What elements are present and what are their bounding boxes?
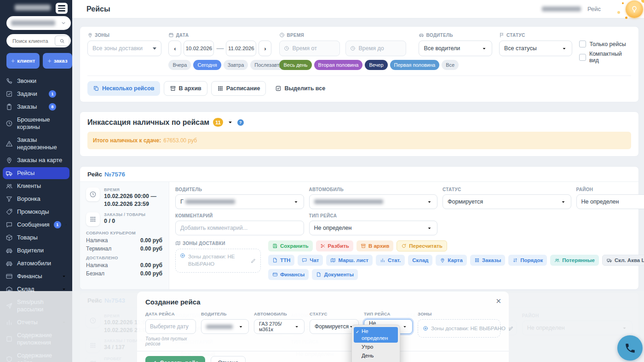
compact-view-checkbox[interactable]: Компактный вид: [579, 51, 631, 64]
trip-date-input[interactable]: Выберите дату: [145, 319, 196, 334]
time-chip-evening[interactable]: Вечер: [365, 60, 387, 70]
time-chip-all-day[interactable]: Весь день: [279, 60, 311, 70]
modal-zones-box[interactable]: Зоны доставки: НЕ ВЫБРАНО: [418, 319, 500, 338]
schedule-button[interactable]: Расписание: [211, 81, 266, 96]
trip-type-dropdown: Не определен Утро День Вечер: [351, 325, 400, 362]
sidebar-item-funnel[interactable]: Воронка: [3, 193, 69, 205]
date-next-button[interactable]: ›: [259, 41, 271, 56]
tag-icon: [6, 208, 13, 216]
warehouse-button[interactable]: Склад: [408, 255, 432, 266]
account-selector[interactable]: [6, 16, 71, 30]
trip-vehicle-select[interactable]: [309, 194, 438, 209]
modal-vehicle-field: АВТОМОБИЛЬ ГАЗ 2705/м361к: [254, 311, 305, 334]
archive-button[interactable]: В архив: [356, 240, 393, 251]
cancel-button[interactable]: Отмена: [211, 356, 246, 362]
trip-number-link[interactable]: №7576: [104, 171, 125, 178]
select-all-button[interactable]: Выделить все: [270, 81, 331, 96]
lost-button[interactable]: Потерянные: [550, 255, 599, 266]
stats-button[interactable]: Стат.: [376, 255, 405, 266]
orders-button[interactable]: Заказы: [470, 255, 505, 266]
car-icon: [6, 260, 13, 267]
status-filter-select[interactable]: Все статусы: [499, 41, 573, 56]
recalculate-button[interactable]: Пересчитать: [397, 240, 447, 251]
chevron-down-icon: [426, 199, 432, 205]
help-icon[interactable]: ?: [237, 119, 244, 126]
call-fab-button[interactable]: [617, 335, 643, 361]
date-chip-today[interactable]: Сегодня: [193, 60, 221, 70]
trip-status-select[interactable]: Формируется: [443, 194, 571, 209]
users-icon: [6, 182, 13, 190]
save-button[interactable]: Сохранить: [268, 240, 313, 251]
driver-filter-select[interactable]: Все водители: [419, 41, 492, 56]
flag-icon: [499, 32, 505, 38]
time-chip-second-half[interactable]: Вторая половина: [314, 60, 363, 70]
sidebar-item-abandoned-carts[interactable]: Брошенные корзины: [3, 114, 69, 133]
date-prev-button[interactable]: ‹: [168, 41, 181, 56]
close-icon[interactable]: ✕: [495, 298, 501, 304]
dropdown-option-day[interactable]: День: [354, 351, 398, 360]
route-list-button[interactable]: Марш. лист: [326, 255, 373, 266]
trip-driver-select[interactable]: Г: [175, 194, 304, 209]
search-button[interactable]: [55, 35, 69, 46]
trip-comment-input[interactable]: Добавить комментарий...: [175, 221, 304, 235]
add-order-button[interactable]: +заказ: [43, 53, 72, 69]
warehouse-aqua-button[interactable]: Скл. Аква Центр Ростов-на-Дону: [602, 255, 644, 266]
add-client-button[interactable]: +клиент: [6, 53, 40, 69]
pencil-icon[interactable]: [251, 258, 256, 263]
sidebar-item-products[interactable]: Товары: [3, 232, 69, 244]
split-button[interactable]: Разбить: [316, 240, 353, 251]
finances-button[interactable]: Финансы: [268, 269, 309, 280]
sidebar-item-drivers[interactable]: Водители: [3, 245, 69, 257]
dropdown-option-morning[interactable]: Утро: [354, 343, 398, 351]
zones-select[interactable]: Все зоны доставки: [87, 41, 161, 56]
dropdown-option-undefined[interactable]: Не определен: [354, 327, 398, 343]
date-chip-yesterday[interactable]: Вчера: [168, 60, 191, 70]
time-from-input[interactable]: Время от: [279, 41, 340, 56]
map-button[interactable]: Карта: [436, 255, 466, 266]
to-archive-button[interactable]: В архив: [164, 81, 207, 96]
time-to-input[interactable]: Время до: [345, 41, 406, 56]
tips-lightbulb-button[interactable]: [626, 0, 643, 18]
sidebar-item-tasks[interactable]: Задачи1: [3, 88, 69, 100]
date-chip-tomorrow[interactable]: Завтра: [224, 60, 248, 70]
date-from-input[interactable]: 10.02.2026: [184, 41, 214, 56]
user-name: [542, 6, 581, 12]
order-sort-button[interactable]: Порядок: [508, 255, 547, 266]
card-icon: [6, 273, 13, 280]
date-to-input[interactable]: 11.02.2026: [226, 41, 256, 56]
clock-icon: [279, 32, 285, 38]
search-icon: [59, 38, 65, 44]
modal-driver-select[interactable]: [201, 319, 249, 334]
chevron-down-icon: [238, 324, 244, 330]
menu-toggle-button[interactable]: [56, 3, 68, 14]
sidebar-item-orders-map[interactable]: Заказы на карте: [3, 154, 69, 166]
trip-type-select[interactable]: Не определен: [309, 221, 438, 235]
sidebar-item-vehicles[interactable]: Автомобили: [3, 257, 69, 269]
sidebar-item-messages[interactable]: Сообщения1: [3, 219, 69, 231]
sidebar-item-promocodes[interactable]: Промокоды: [3, 206, 69, 218]
money-row: Наличка0.00 руб: [86, 262, 162, 269]
sparkle-dot: [622, 2, 624, 4]
sidebar-item-finances[interactable]: Финансы: [3, 270, 69, 282]
chat-button[interactable]: Чат: [298, 255, 323, 266]
sparkle-dot: [625, 17, 627, 19]
money-row: Терминал0.00 руб: [86, 245, 162, 252]
trips-only-checkbox[interactable]: Только рейсы: [579, 41, 631, 47]
create-trip-button[interactable]: ✔Создать рейс: [145, 356, 205, 362]
trip-card-7576: Рейс№7576 ВРЕМЯ10.02.2026 00:00 —10.02.2…: [80, 166, 639, 290]
sidebar-item-orders[interactable]: Заказы8: [3, 101, 69, 113]
multi-trips-button[interactable]: Несколько рейсов: [87, 81, 160, 96]
sidebar-item-trips[interactable]: Рейсы: [3, 167, 69, 179]
sidebar-item-undelivered-orders[interactable]: Заказы недовезенные: [3, 134, 69, 153]
trip-zones-box[interactable]: Зоны доставки: НЕ ВЫБРАНО: [175, 249, 261, 273]
filters-panel: ЗОНЫ Все зоны доставки ДАТА ‹ 10.02.2026…: [80, 26, 639, 102]
modal-vehicle-select[interactable]: ГАЗ 2705/м361к: [254, 319, 305, 334]
pencil-icon[interactable]: [508, 326, 514, 331]
dropdown-option-evening[interactable]: Вечер: [354, 360, 398, 362]
trip-district-select[interactable]: Не определен: [576, 194, 644, 209]
chevron-down-icon[interactable]: [227, 119, 234, 126]
documents-button[interactable]: Документы: [312, 269, 358, 280]
sidebar-item-clients[interactable]: Клиенты: [3, 180, 69, 192]
sidebar-item-calls[interactable]: Звонки: [3, 75, 69, 87]
ttn-button[interactable]: ТТН: [268, 255, 294, 266]
